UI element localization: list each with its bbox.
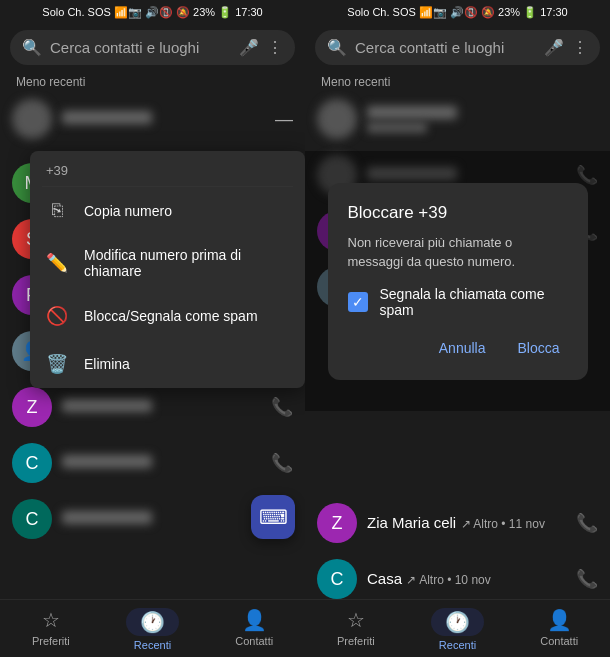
- block-item[interactable]: 🚫 Blocca/Segnala come spam: [30, 292, 305, 340]
- list-item[interactable]: [305, 91, 610, 147]
- context-menu: +39 ⎘ Copia numero ✏️ Modifica numero pr…: [30, 151, 305, 388]
- more-icon-left[interactable]: ⋮: [267, 38, 283, 57]
- list-item[interactable]: —: [0, 91, 305, 147]
- call-name-blurred: [367, 106, 457, 119]
- list-item[interactable]: C ⌨: [0, 491, 305, 547]
- trash-icon: 🗑️: [46, 353, 68, 375]
- checkbox-row: ✓ Segnala la chiamata come spam: [348, 286, 568, 318]
- nav-item-preferiti-left[interactable]: ☆ Preferiti: [0, 600, 102, 657]
- search-bar-right[interactable]: 🔍 Cerca contatti e luoghi 🎤 ⋮: [315, 30, 600, 65]
- list-item[interactable]: C 📞: [0, 435, 305, 491]
- more-icon-right[interactable]: ⋮: [572, 38, 588, 57]
- call-info: [62, 399, 261, 415]
- nav-item-preferiti-right[interactable]: ☆ Preferiti: [305, 600, 407, 657]
- call-info: [62, 455, 261, 471]
- edit-number-label: Modifica numero prima di chiamare: [84, 247, 289, 279]
- delete-label: Elimina: [84, 356, 130, 372]
- list-item[interactable]: C Casa ↗ Altro • 10 nov 📞: [305, 551, 610, 599]
- status-bar-left: Solo Ch. SOS 📶📷 🔊📵 🔕 23% 🔋 17:30: [0, 0, 305, 24]
- search-text-right: Cerca contatti e luoghi: [355, 39, 536, 56]
- phone-icon[interactable]: 📞: [271, 396, 293, 418]
- nav-label-contatti-left: Contatti: [235, 635, 273, 647]
- clock-icon-left: 🕐: [140, 611, 165, 633]
- avatar: [12, 99, 52, 139]
- status-bar-text-right: Solo Ch. SOS 📶📷 🔊📵 🔕 23% 🔋 17:30: [347, 6, 567, 19]
- nav-item-recenti-left[interactable]: 🕐 Recenti: [102, 600, 204, 657]
- bottom-nav-right: ☆ Preferiti 🕐 Recenti 👤 Contatti: [305, 599, 610, 657]
- avatar: C: [317, 559, 357, 599]
- contacts-icon-left: 👤: [242, 608, 267, 632]
- edit-number-item[interactable]: ✏️ Modifica numero prima di chiamare: [30, 234, 305, 292]
- block-dialog: Bloccare +39 Non riceverai più chiamate …: [328, 183, 588, 380]
- mic-icon-right[interactable]: 🎤: [544, 38, 564, 57]
- checkmark-icon: ✓: [352, 294, 364, 310]
- search-text-left: Cerca contatti e luoghi: [50, 39, 231, 56]
- call-list-right: 📞 R ↗ Altro • 22 nov 📞 👤 Bloccare +39 No…: [305, 91, 610, 599]
- spam-checkbox[interactable]: ✓: [348, 292, 368, 312]
- nav-item-contatti-left[interactable]: 👤 Contatti: [203, 600, 305, 657]
- avatar: C: [12, 499, 52, 539]
- list-item[interactable]: Z Zia Maria celi ↗ Altro • 11 nov 📞: [305, 495, 610, 551]
- delete-item[interactable]: 🗑️ Elimina: [30, 340, 305, 388]
- call-name: Casa: [367, 570, 402, 587]
- call-info: [62, 111, 265, 127]
- phone-icon[interactable]: 📞: [271, 452, 293, 474]
- status-bar-right: Solo Ch. SOS 📶📷 🔊📵 🔕 23% 🔋 17:30: [305, 0, 610, 24]
- nav-label-preferiti-right: Preferiti: [337, 635, 375, 647]
- call-name-blurred: [62, 511, 152, 524]
- context-menu-header: +39: [30, 151, 305, 186]
- contacts-icon-right: 👤: [547, 608, 572, 632]
- block-icon: 🚫: [46, 305, 68, 327]
- call-info: [367, 106, 598, 133]
- call-info: Zia Maria celi ↗ Altro • 11 nov: [367, 514, 566, 532]
- dialpad-icon: ⌨: [259, 505, 288, 529]
- copy-number-item[interactable]: ⎘ Copia numero: [30, 187, 305, 234]
- phone-icon[interactable]: 📞: [576, 512, 598, 534]
- dialog-buttons: Annulla Blocca: [348, 336, 568, 360]
- dialog-overlay: Bloccare +39 Non riceverai più chiamate …: [305, 151, 610, 411]
- call-detail: ↗ Altro • 11 nov: [461, 517, 545, 531]
- fab-button-left[interactable]: ⌨: [251, 495, 295, 539]
- left-screen: Solo Ch. SOS 📶📷 🔊📵 🔕 23% 🔋 17:30 🔍 Cerca…: [0, 0, 305, 657]
- right-screen: Solo Ch. SOS 📶📷 🔊📵 🔕 23% 🔋 17:30 🔍 Cerca…: [305, 0, 610, 657]
- star-icon-left: ☆: [42, 608, 60, 632]
- call-name-blurred: [62, 111, 152, 124]
- phone-icon[interactable]: 📞: [576, 568, 598, 590]
- nav-item-recenti-right[interactable]: 🕐 Recenti: [407, 600, 509, 657]
- minus-icon: —: [275, 109, 293, 130]
- annulla-button[interactable]: Annulla: [431, 336, 494, 360]
- call-list-left: — +39 ⎘ Copia numero ✏️ Modifica numero …: [0, 91, 305, 599]
- call-sub-blurred: [367, 122, 427, 133]
- edit-icon: ✏️: [46, 252, 68, 274]
- section-label-right: Meno recenti: [305, 71, 610, 91]
- recenti-icon-bg-left: 🕐: [126, 608, 179, 636]
- copy-number-label: Copia numero: [84, 203, 172, 219]
- avatar: [317, 99, 357, 139]
- status-bar-text-left: Solo Ch. SOS 📶📷 🔊📵 🔕 23% 🔋 17:30: [42, 6, 262, 19]
- call-name: Zia Maria celi: [367, 514, 456, 531]
- search-bar-left[interactable]: 🔍 Cerca contatti e luoghi 🎤 ⋮: [10, 30, 295, 65]
- blocca-button[interactable]: Blocca: [509, 336, 567, 360]
- bottom-nav-left: ☆ Preferiti 🕐 Recenti 👤 Contatti: [0, 599, 305, 657]
- call-name-blurred: [62, 399, 152, 412]
- mic-icon-left[interactable]: 🎤: [239, 38, 259, 57]
- avatar: Z: [317, 503, 357, 543]
- block-label: Blocca/Segnala come spam: [84, 308, 258, 324]
- contacts-below-dialog: Z Zia Maria celi ↗ Altro • 11 nov 📞 C Ca…: [305, 495, 610, 599]
- checkbox-label: Segnala la chiamata come spam: [380, 286, 568, 318]
- avatar: Z: [12, 387, 52, 427]
- nav-label-recenti-right: Recenti: [439, 639, 476, 651]
- nav-label-contatti-right: Contatti: [540, 635, 578, 647]
- search-icon-right: 🔍: [327, 38, 347, 57]
- copy-icon: ⎘: [46, 200, 68, 221]
- star-icon-right: ☆: [347, 608, 365, 632]
- dialog-title: Bloccare +39: [348, 203, 568, 223]
- dialog-body: Non riceverai più chiamate o messaggi da…: [348, 233, 568, 272]
- nav-item-contatti-right[interactable]: 👤 Contatti: [508, 600, 610, 657]
- nav-label-recenti-left: Recenti: [134, 639, 171, 651]
- clock-icon-right: 🕐: [445, 611, 470, 633]
- search-icon-left: 🔍: [22, 38, 42, 57]
- nav-label-preferiti-left: Preferiti: [32, 635, 70, 647]
- call-info: Casa ↗ Altro • 10 nov: [367, 570, 566, 588]
- section-label-left: Meno recenti: [0, 71, 305, 91]
